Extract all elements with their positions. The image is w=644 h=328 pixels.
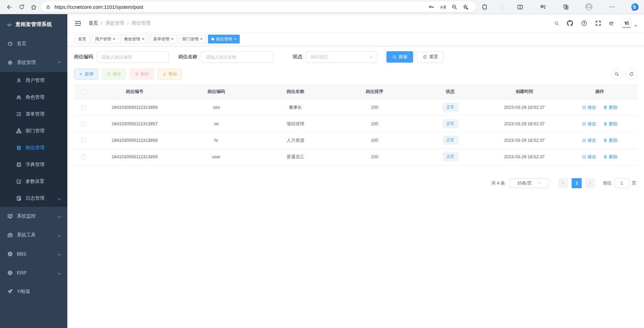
row-checkbox[interactable] — [81, 122, 86, 126]
reset-button[interactable]: 重置 — [417, 51, 444, 63]
row-edit-link[interactable]: 修改 — [582, 154, 596, 160]
text-size-icon[interactable]: tT — [609, 21, 613, 26]
refresh-table-button[interactable] — [626, 68, 637, 80]
add-button[interactable]: 新增 — [74, 69, 98, 79]
row-delete-link[interactable]: 删除 — [603, 104, 617, 110]
sidebar-item-label: 系统监控 — [17, 213, 36, 219]
avatar-caret-icon[interactable]: ▾ — [635, 24, 637, 28]
password-key-icon[interactable] — [426, 2, 437, 12]
collections-icon[interactable] — [537, 1, 549, 13]
col-header-status: 状态 — [414, 84, 486, 99]
browser-back-button[interactable] — [3, 1, 15, 13]
sidebar-item-user-management[interactable]: 用户管理 — [0, 72, 67, 89]
sidebar-fold-icon[interactable] — [75, 20, 81, 27]
sidebar-item-post-management[interactable]: 岗位管理 — [0, 139, 67, 156]
row-edit-link[interactable]: 修改 — [582, 121, 596, 127]
row-edit-link[interactable]: 修改 — [582, 137, 596, 143]
tab-role-management[interactable]: 角色管理× — [121, 35, 148, 43]
row-edit-link[interactable]: 修改 — [582, 104, 596, 110]
cell-created: 2023-03-29 18:52:37 — [486, 132, 562, 149]
help-icon[interactable] — [581, 20, 587, 26]
delete-button[interactable]: 删除 — [130, 69, 154, 79]
user-avatar[interactable]: Yi — [621, 18, 632, 28]
toggle-search-button[interactable] — [611, 68, 622, 80]
browser-menu-icon[interactable] — [606, 1, 618, 13]
next-page-button[interactable] — [585, 178, 595, 188]
svg-text:A: A — [440, 4, 443, 9]
sidebar-item-role-management[interactable]: 角色管理 — [0, 89, 67, 106]
row-delete-link[interactable]: 删除 — [603, 121, 617, 127]
select-all-checkbox[interactable] — [81, 90, 86, 94]
row-checkbox[interactable] — [81, 105, 86, 110]
favorite-add-icon[interactable] — [460, 2, 471, 12]
sidebar-item-log-management[interactable]: 日志管理 — [0, 190, 67, 207]
post-code-input[interactable] — [97, 51, 169, 63]
cell-post-id: 1641030593112313859 — [93, 149, 177, 165]
search-button[interactable]: 搜索 — [386, 51, 413, 63]
tab-copy-icon[interactable] — [560, 1, 572, 13]
sidebar-item-dept-management[interactable]: 部门管理 — [0, 123, 67, 139]
zoom-out-icon[interactable] — [448, 2, 460, 12]
edit-button[interactable]: 修改 — [102, 69, 126, 79]
toolbox-icon — [7, 232, 13, 238]
sidebar-item-param-settings[interactable]: 参数设置 — [0, 173, 67, 190]
sidebar-item-yi-framework[interactable]: Yi框架 — [0, 282, 67, 301]
sidebar-item-menu-management[interactable]: 菜单管理 — [0, 106, 67, 123]
reset-button-label: 重置 — [429, 54, 438, 60]
tab-close-icon[interactable]: × — [113, 37, 115, 41]
split-screen-icon[interactable] — [514, 1, 526, 13]
goto-page-input[interactable] — [614, 178, 629, 188]
status-select[interactable]: 岗位状态 — [306, 51, 377, 63]
search-icon — [392, 55, 397, 59]
row-delete-link[interactable]: 删除 — [603, 137, 617, 143]
header-search-icon[interactable] — [554, 21, 559, 26]
chevron-down-icon — [58, 197, 61, 200]
arrow-left-icon — [561, 181, 565, 185]
tab-dept-management[interactable]: 部门管理× — [179, 35, 206, 43]
sidebar-item-bbs[interactable]: BBS — [0, 244, 67, 263]
read-aloud-icon[interactable]: A — [437, 2, 448, 12]
tab-home[interactable]: 首页 — [75, 35, 90, 43]
cell-post-id: 1641030593112313856 — [93, 99, 177, 116]
github-icon[interactable] — [567, 20, 573, 26]
browser-refresh-button[interactable] — [15, 1, 28, 13]
tab-post-management[interactable]: 岗位管理× — [208, 35, 240, 43]
row-checkbox[interactable] — [81, 138, 86, 143]
app-logo[interactable]: 意框架管理系统 — [0, 14, 67, 34]
sidebar-item-system-monitor[interactable]: 系统监控 — [0, 207, 67, 226]
tab-label: 首页 — [78, 36, 86, 42]
sidebar-item-home[interactable]: 首页 — [0, 34, 67, 53]
browser-home-button[interactable] — [28, 1, 40, 13]
row-checkbox[interactable] — [81, 155, 86, 159]
sidebar-item-label: 日志管理 — [26, 195, 44, 201]
tab-user-management[interactable]: 用户管理× — [92, 35, 119, 43]
tab-menu-management[interactable]: 菜单管理× — [150, 35, 177, 43]
chevron-down-icon — [58, 252, 61, 256]
breadcrumb-home[interactable]: 首页 — [89, 20, 98, 26]
chevron-down-icon — [537, 181, 542, 185]
trash-icon — [603, 122, 607, 126]
post-name-input[interactable] — [201, 51, 273, 63]
sidebar-item-system-management[interactable]: 系统管理 — [0, 53, 67, 72]
prev-page-button[interactable] — [558, 178, 568, 188]
tab-close-icon[interactable]: × — [200, 37, 203, 41]
sidebar-item-system-tools[interactable]: 系统工具 — [0, 226, 67, 244]
browser-right-controls: b — [479, 1, 641, 13]
tab-close-icon[interactable]: × — [142, 37, 145, 41]
search-icon — [614, 72, 619, 76]
tab-close-icon[interactable]: × — [234, 37, 236, 41]
sidebar-item-dict-management[interactable]: 字典管理 — [0, 156, 67, 173]
fullscreen-icon[interactable] — [595, 20, 601, 26]
url-text[interactable]: https://ccnetcore.com:1101/system/post — [55, 4, 426, 10]
bing-copilot-icon[interactable]: b — [629, 1, 641, 13]
tab-close-icon[interactable]: × — [171, 37, 174, 41]
row-delete-link[interactable]: 删除 — [603, 154, 617, 160]
sidebar-item-erp[interactable]: ERP — [0, 263, 67, 282]
profile-avatar-icon[interactable] — [583, 1, 595, 13]
page-number-1[interactable]: 1 — [572, 178, 582, 188]
page-size-select[interactable]: 10条/页 — [510, 178, 549, 188]
extensions-icon[interactable] — [479, 1, 491, 13]
breadcrumb-section[interactable]: 系统管理 — [105, 20, 124, 26]
browser-address-bar[interactable]: https://ccnetcore.com:1101/system/post A — [41, 2, 476, 12]
export-button[interactable]: 导出 — [158, 69, 182, 79]
